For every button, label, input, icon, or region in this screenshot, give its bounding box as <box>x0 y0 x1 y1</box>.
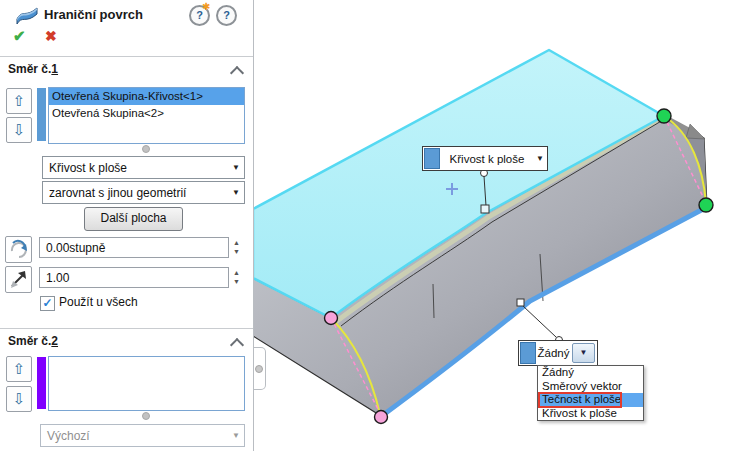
next-face-button[interactable]: Další plocha <box>84 207 183 231</box>
direction-arrow-head[interactable] <box>686 124 705 139</box>
apply-to-all-label: Použít u všech <box>59 295 138 309</box>
dropdown-option[interactable]: Směrový vektor <box>538 380 643 394</box>
dropdown-option[interactable]: Žádný <box>538 366 643 380</box>
connector-dot-green-bottom[interactable] <box>699 198 713 212</box>
chevron-down-icon[interactable]: ▼ <box>228 163 244 172</box>
cancel-button[interactable]: ✖ <box>45 28 57 44</box>
tangency-dropdown-list[interactable]: Žádný Směrový vektor Tečnost k ploše Kři… <box>537 365 644 421</box>
move-down-button[interactable]: ⇩ <box>6 117 32 143</box>
direction2-section-header[interactable]: Směr č.2 <box>8 334 58 348</box>
direction1-curve-list[interactable]: Otevřená Skupina-Křivost<1> Otevřená Sku… <box>48 87 245 144</box>
draft-angle-icon <box>5 236 32 263</box>
panel-splitter-handle[interactable] <box>252 347 266 390</box>
chevron-down-icon[interactable]: ▼ <box>533 154 547 163</box>
select-value: Výchozí <box>41 429 228 443</box>
list-item[interactable]: Otevřená Skupina<2> <box>49 105 244 122</box>
move-up-button[interactable]: ⇧ <box>6 356 32 382</box>
callout-color-swatch[interactable] <box>520 342 536 364</box>
surface-tangency-callout[interactable]: Křivost k ploše ▼ <box>422 146 548 171</box>
chevron-down-icon: ▼ <box>228 431 244 440</box>
draft-angle-spinner[interactable]: ▲▼ <box>230 237 243 258</box>
select-value: zarovnat s jinou geometrií <box>43 186 228 200</box>
direction2-curve-list[interactable] <box>48 356 245 411</box>
dropdown-option-highlighted[interactable]: Tečnost k ploše <box>538 393 643 407</box>
callout-color-swatch[interactable] <box>424 148 440 169</box>
collapse-chevron-icon[interactable] <box>230 338 244 352</box>
divider <box>0 56 253 57</box>
select-value: Křivost k ploše <box>43 161 228 175</box>
help-icon[interactable]: ? <box>216 5 237 26</box>
callout1-anchor-handle[interactable] <box>481 205 489 213</box>
callout2-anchor-handle[interactable] <box>517 299 524 306</box>
direction1-color-bar <box>37 88 46 141</box>
callout-value: Křivost k ploše <box>441 153 533 165</box>
list-resize-handle[interactable] <box>142 145 150 153</box>
divider <box>0 328 253 329</box>
collapse-chevron-icon[interactable] <box>230 66 244 80</box>
panel-title: Hraniční povrch <box>44 7 143 22</box>
direction1-section-header[interactable]: Směr č.1 <box>8 62 58 76</box>
direction2-color-bar <box>37 357 46 409</box>
tangent-length-spinner[interactable]: ▲▼ <box>230 267 243 288</box>
boundary-surface-icon <box>15 5 39 25</box>
splitter-grip-icon <box>255 365 263 373</box>
draft-angle-input[interactable]: 0.00stupně <box>39 237 229 258</box>
connector-dot-green-top[interactable] <box>657 109 671 123</box>
connector-dot-pink-top[interactable] <box>325 312 338 325</box>
edge-tangency-callout[interactable]: Žádný ▼ <box>518 340 598 366</box>
star-icon: ✱ <box>202 1 210 12</box>
dropdown-option[interactable]: Křivost k ploše <box>538 407 643 421</box>
tangent-length-input[interactable]: 1.00 <box>39 267 229 288</box>
move-down-button[interactable]: ⇩ <box>6 386 32 412</box>
apply-to-all-checkbox[interactable]: ✓ <box>40 296 55 311</box>
alignment-select[interactable]: zarovnat s jinou geometrií ▼ <box>42 181 245 204</box>
callout2-leader-line <box>523 306 556 337</box>
tangency-type-select[interactable]: Křivost k ploše ▼ <box>42 156 245 179</box>
chevron-down-icon[interactable]: ▼ <box>228 188 244 197</box>
ok-button[interactable]: ✔ <box>13 27 26 45</box>
dropdown-open-button[interactable]: ▼ <box>572 343 595 363</box>
curves-influence-select-disabled: Výchozí ▼ <box>40 424 245 447</box>
callout-value: Žádný <box>537 347 570 359</box>
property-manager-panel: Hraniční povrch ? ✱ ? ✔ ✖ Směr č.1 ⇧ ⇩ O… <box>0 0 254 451</box>
move-up-button[interactable]: ⇧ <box>6 88 32 114</box>
list-item-selected[interactable]: Otevřená Skupina-Křivost<1> <box>49 88 244 105</box>
list-resize-handle[interactable] <box>142 412 150 420</box>
tangent-length-icon <box>5 266 32 293</box>
solidworks-boundary-surface-screen: Křivost k ploše ▼ Žádný ▼ Žádný Směrový … <box>0 0 750 451</box>
connector-dot-pink-bottom[interactable] <box>375 411 388 424</box>
